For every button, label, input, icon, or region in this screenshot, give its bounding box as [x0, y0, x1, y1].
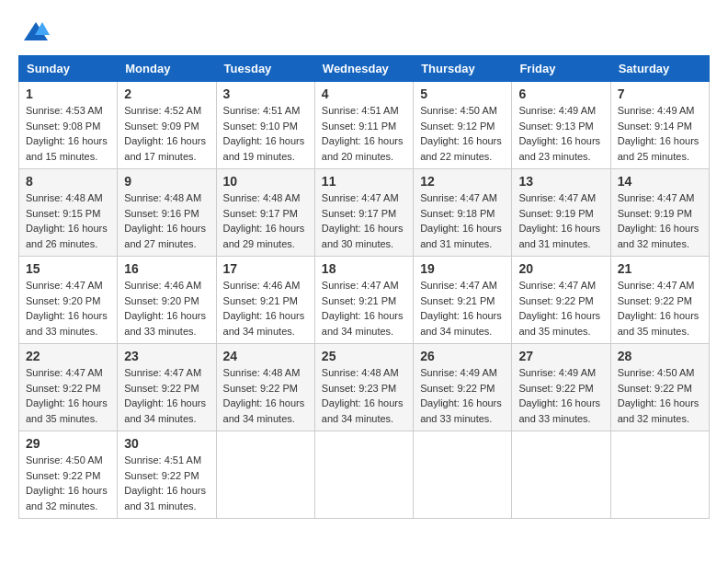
day-info: Sunrise: 4:53 AMSunset: 9:08 PMDaylight:…: [26, 103, 110, 164]
calendar-body: 1Sunrise: 4:53 AMSunset: 9:08 PMDaylight…: [19, 82, 710, 519]
day-info: Sunrise: 4:50 AMSunset: 9:22 PMDaylight:…: [618, 365, 702, 426]
calendar-week-row: 8Sunrise: 4:48 AMSunset: 9:15 PMDaylight…: [19, 169, 710, 257]
day-number: 23: [124, 349, 209, 363]
day-number: 12: [420, 174, 505, 189]
day-number: 28: [618, 349, 702, 363]
day-number: 22: [26, 349, 110, 363]
day-info: Sunrise: 4:47 AMSunset: 9:20 PMDaylight:…: [26, 278, 110, 339]
calendar-cell: [610, 431, 709, 519]
calendar-cell: 19Sunrise: 4:47 AMSunset: 9:21 PMDayligh…: [414, 257, 512, 344]
page-header: [18, 18, 710, 46]
calendar-cell: 6Sunrise: 4:49 AMSunset: 9:13 PMDaylight…: [512, 82, 610, 169]
calendar-week-row: 1Sunrise: 4:53 AMSunset: 9:08 PMDaylight…: [19, 82, 710, 169]
day-info: Sunrise: 4:48 AMSunset: 9:22 PMDaylight:…: [223, 365, 308, 426]
day-number: 9: [124, 174, 209, 189]
calendar-table: SundayMondayTuesdayWednesdayThursdayFrid…: [18, 55, 710, 519]
day-info: Sunrise: 4:51 AMSunset: 9:22 PMDaylight:…: [124, 453, 209, 513]
day-number: 21: [618, 261, 702, 276]
weekday-header-wednesday: Wednesday: [314, 56, 413, 82]
calendar-week-row: 22Sunrise: 4:47 AMSunset: 9:22 PMDayligh…: [19, 344, 710, 431]
day-info: Sunrise: 4:48 AMSunset: 9:16 PMDaylight:…: [124, 190, 209, 251]
day-info: Sunrise: 4:47 AMSunset: 9:22 PMDaylight:…: [124, 365, 209, 426]
calendar-cell: 13Sunrise: 4:47 AMSunset: 9:19 PMDayligh…: [512, 169, 610, 257]
calendar-cell: 23Sunrise: 4:47 AMSunset: 9:22 PMDayligh…: [118, 344, 216, 431]
day-number: 4: [322, 86, 406, 101]
day-number: 26: [420, 349, 505, 363]
calendar-cell: 15Sunrise: 4:47 AMSunset: 9:20 PMDayligh…: [19, 257, 118, 344]
calendar-cell: 2Sunrise: 4:52 AMSunset: 9:09 PMDaylight…: [118, 82, 216, 169]
day-number: 30: [124, 436, 209, 451]
weekday-header-tuesday: Tuesday: [216, 56, 314, 82]
day-info: Sunrise: 4:47 AMSunset: 9:18 PMDaylight:…: [420, 190, 505, 251]
logo: [18, 18, 50, 46]
day-number: 25: [322, 349, 406, 363]
day-number: 7: [618, 86, 702, 101]
day-number: 20: [518, 261, 603, 276]
calendar-cell: 14Sunrise: 4:47 AMSunset: 9:19 PMDayligh…: [610, 169, 709, 257]
day-info: Sunrise: 4:46 AMSunset: 9:20 PMDaylight:…: [124, 278, 209, 339]
day-number: 5: [420, 86, 505, 101]
day-info: Sunrise: 4:48 AMSunset: 9:15 PMDaylight:…: [26, 190, 110, 251]
calendar-cell: [512, 431, 610, 519]
day-info: Sunrise: 4:47 AMSunset: 9:22 PMDaylight:…: [618, 278, 702, 339]
calendar-cell: 4Sunrise: 4:51 AMSunset: 9:11 PMDaylight…: [314, 82, 413, 169]
calendar-cell: 28Sunrise: 4:50 AMSunset: 9:22 PMDayligh…: [610, 344, 709, 431]
day-info: Sunrise: 4:51 AMSunset: 9:11 PMDaylight:…: [322, 103, 406, 164]
calendar-cell: 26Sunrise: 4:49 AMSunset: 9:22 PMDayligh…: [414, 344, 512, 431]
day-info: Sunrise: 4:47 AMSunset: 9:19 PMDaylight:…: [618, 190, 702, 251]
day-info: Sunrise: 4:47 AMSunset: 9:21 PMDaylight:…: [420, 278, 505, 339]
weekday-header-row: SundayMondayTuesdayWednesdayThursdayFrid…: [19, 56, 710, 82]
day-info: Sunrise: 4:47 AMSunset: 9:21 PMDaylight:…: [322, 278, 406, 339]
weekday-header-sunday: Sunday: [19, 56, 118, 82]
day-info: Sunrise: 4:47 AMSunset: 9:22 PMDaylight:…: [26, 365, 110, 426]
calendar-cell: [414, 431, 512, 519]
day-number: 10: [223, 174, 308, 189]
day-number: 3: [223, 86, 308, 101]
day-info: Sunrise: 4:52 AMSunset: 9:09 PMDaylight:…: [124, 103, 209, 164]
calendar-cell: 25Sunrise: 4:48 AMSunset: 9:23 PMDayligh…: [314, 344, 413, 431]
day-info: Sunrise: 4:47 AMSunset: 9:22 PMDaylight:…: [518, 278, 603, 339]
calendar-cell: 18Sunrise: 4:47 AMSunset: 9:21 PMDayligh…: [314, 257, 413, 344]
day-number: 13: [518, 174, 603, 189]
calendar-cell: 9Sunrise: 4:48 AMSunset: 9:16 PMDaylight…: [118, 169, 216, 257]
day-info: Sunrise: 4:51 AMSunset: 9:10 PMDaylight:…: [223, 103, 308, 164]
calendar-cell: 20Sunrise: 4:47 AMSunset: 9:22 PMDayligh…: [512, 257, 610, 344]
day-number: 2: [124, 86, 209, 101]
day-info: Sunrise: 4:48 AMSunset: 9:17 PMDaylight:…: [223, 190, 308, 251]
calendar-cell: 12Sunrise: 4:47 AMSunset: 9:18 PMDayligh…: [414, 169, 512, 257]
weekday-header-thursday: Thursday: [414, 56, 512, 82]
calendar-week-row: 15Sunrise: 4:47 AMSunset: 9:20 PMDayligh…: [19, 257, 710, 344]
calendar-cell: 7Sunrise: 4:49 AMSunset: 9:14 PMDaylight…: [610, 82, 709, 169]
day-info: Sunrise: 4:49 AMSunset: 9:13 PMDaylight:…: [518, 103, 603, 164]
calendar-cell: 16Sunrise: 4:46 AMSunset: 9:20 PMDayligh…: [118, 257, 216, 344]
day-number: 19: [420, 261, 505, 276]
calendar-cell: 29Sunrise: 4:50 AMSunset: 9:22 PMDayligh…: [19, 431, 118, 519]
day-info: Sunrise: 4:49 AMSunset: 9:22 PMDaylight:…: [420, 365, 505, 426]
calendar-header: SundayMondayTuesdayWednesdayThursdayFrid…: [19, 56, 710, 82]
calendar-week-row: 29Sunrise: 4:50 AMSunset: 9:22 PMDayligh…: [19, 431, 710, 519]
calendar-cell: 10Sunrise: 4:48 AMSunset: 9:17 PMDayligh…: [216, 169, 314, 257]
day-number: 8: [26, 174, 110, 189]
day-info: Sunrise: 4:50 AMSunset: 9:22 PMDaylight:…: [26, 453, 110, 513]
day-number: 1: [26, 86, 110, 101]
calendar-cell: 1Sunrise: 4:53 AMSunset: 9:08 PMDaylight…: [19, 82, 118, 169]
day-number: 17: [223, 261, 308, 276]
day-info: Sunrise: 4:46 AMSunset: 9:21 PMDaylight:…: [223, 278, 308, 339]
day-info: Sunrise: 4:50 AMSunset: 9:12 PMDaylight:…: [420, 103, 505, 164]
day-number: 11: [322, 174, 406, 189]
calendar-cell: 30Sunrise: 4:51 AMSunset: 9:22 PMDayligh…: [118, 431, 216, 519]
weekday-header-monday: Monday: [118, 56, 216, 82]
logo-icon: [22, 18, 50, 46]
calendar-cell: 8Sunrise: 4:48 AMSunset: 9:15 PMDaylight…: [19, 169, 118, 257]
day-number: 14: [618, 174, 702, 189]
day-number: 27: [518, 349, 603, 363]
weekday-header-saturday: Saturday: [610, 56, 709, 82]
calendar-cell: [314, 431, 413, 519]
weekday-header-friday: Friday: [512, 56, 610, 82]
day-number: 24: [223, 349, 308, 363]
calendar-cell: 27Sunrise: 4:49 AMSunset: 9:22 PMDayligh…: [512, 344, 610, 431]
calendar-cell: 22Sunrise: 4:47 AMSunset: 9:22 PMDayligh…: [19, 344, 118, 431]
day-info: Sunrise: 4:48 AMSunset: 9:23 PMDaylight:…: [322, 365, 406, 426]
calendar-cell: 3Sunrise: 4:51 AMSunset: 9:10 PMDaylight…: [216, 82, 314, 169]
calendar-cell: 5Sunrise: 4:50 AMSunset: 9:12 PMDaylight…: [414, 82, 512, 169]
